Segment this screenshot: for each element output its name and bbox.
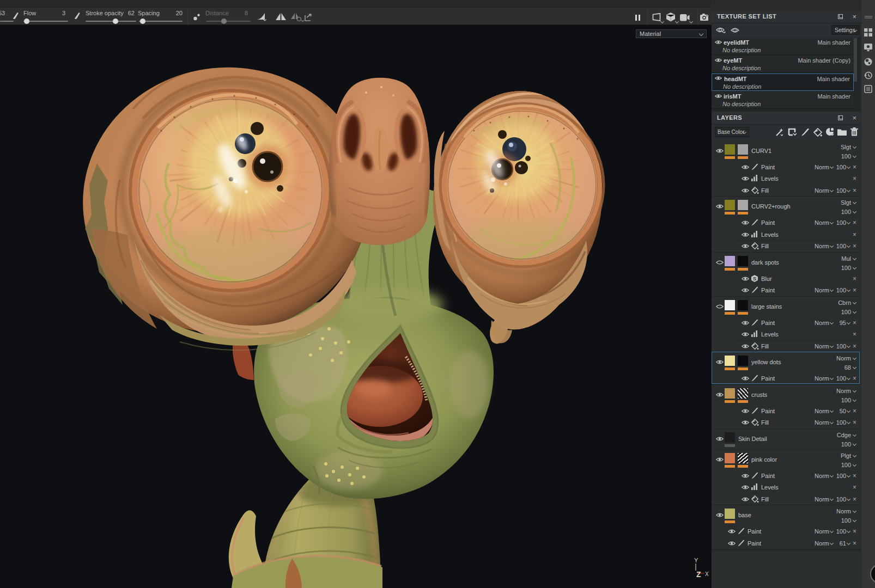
svg-text:Z: Z (696, 570, 701, 579)
svg-text:Y: Y (694, 557, 698, 564)
svg-text:S: S (753, 276, 756, 281)
svg-text:1: 1 (734, 28, 736, 32)
svg-text:X: X (705, 571, 709, 577)
